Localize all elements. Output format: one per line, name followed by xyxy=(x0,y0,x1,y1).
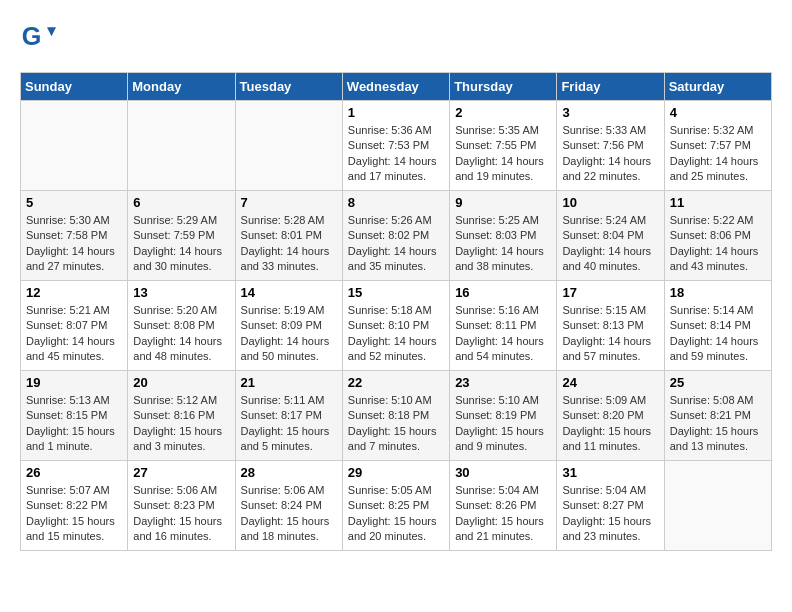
column-header-saturday: Saturday xyxy=(664,73,771,101)
column-header-sunday: Sunday xyxy=(21,73,128,101)
day-info: Sunrise: 5:04 AM Sunset: 8:27 PM Dayligh… xyxy=(562,483,658,545)
day-info: Sunrise: 5:29 AM Sunset: 7:59 PM Dayligh… xyxy=(133,213,229,275)
column-header-tuesday: Tuesday xyxy=(235,73,342,101)
calendar-cell: 22Sunrise: 5:10 AM Sunset: 8:18 PM Dayli… xyxy=(342,371,449,461)
day-info: Sunrise: 5:07 AM Sunset: 8:22 PM Dayligh… xyxy=(26,483,122,545)
day-number: 3 xyxy=(562,105,658,120)
day-info: Sunrise: 5:21 AM Sunset: 8:07 PM Dayligh… xyxy=(26,303,122,365)
day-info: Sunrise: 5:18 AM Sunset: 8:10 PM Dayligh… xyxy=(348,303,444,365)
day-info: Sunrise: 5:22 AM Sunset: 8:06 PM Dayligh… xyxy=(670,213,766,275)
day-info: Sunrise: 5:13 AM Sunset: 8:15 PM Dayligh… xyxy=(26,393,122,455)
day-info: Sunrise: 5:09 AM Sunset: 8:20 PM Dayligh… xyxy=(562,393,658,455)
calendar-header: SundayMondayTuesdayWednesdayThursdayFrid… xyxy=(21,73,772,101)
day-info: Sunrise: 5:35 AM Sunset: 7:55 PM Dayligh… xyxy=(455,123,551,185)
day-info: Sunrise: 5:24 AM Sunset: 8:04 PM Dayligh… xyxy=(562,213,658,275)
day-number: 18 xyxy=(670,285,766,300)
day-info: Sunrise: 5:06 AM Sunset: 8:24 PM Dayligh… xyxy=(241,483,337,545)
calendar-cell: 2Sunrise: 5:35 AM Sunset: 7:55 PM Daylig… xyxy=(450,101,557,191)
week-row: 26Sunrise: 5:07 AM Sunset: 8:22 PM Dayli… xyxy=(21,461,772,551)
day-info: Sunrise: 5:14 AM Sunset: 8:14 PM Dayligh… xyxy=(670,303,766,365)
day-number: 21 xyxy=(241,375,337,390)
calendar-cell xyxy=(664,461,771,551)
day-number: 27 xyxy=(133,465,229,480)
calendar-cell: 11Sunrise: 5:22 AM Sunset: 8:06 PM Dayli… xyxy=(664,191,771,281)
calendar-cell: 18Sunrise: 5:14 AM Sunset: 8:14 PM Dayli… xyxy=(664,281,771,371)
calendar-cell: 19Sunrise: 5:13 AM Sunset: 8:15 PM Dayli… xyxy=(21,371,128,461)
calendar-cell: 12Sunrise: 5:21 AM Sunset: 8:07 PM Dayli… xyxy=(21,281,128,371)
day-number: 26 xyxy=(26,465,122,480)
calendar-cell: 27Sunrise: 5:06 AM Sunset: 8:23 PM Dayli… xyxy=(128,461,235,551)
day-number: 25 xyxy=(670,375,766,390)
day-number: 29 xyxy=(348,465,444,480)
day-number: 6 xyxy=(133,195,229,210)
logo-icon: G xyxy=(20,20,56,56)
calendar-body: 1Sunrise: 5:36 AM Sunset: 7:53 PM Daylig… xyxy=(21,101,772,551)
calendar-cell: 7Sunrise: 5:28 AM Sunset: 8:01 PM Daylig… xyxy=(235,191,342,281)
day-info: Sunrise: 5:11 AM Sunset: 8:17 PM Dayligh… xyxy=(241,393,337,455)
column-header-monday: Monday xyxy=(128,73,235,101)
calendar-cell: 16Sunrise: 5:16 AM Sunset: 8:11 PM Dayli… xyxy=(450,281,557,371)
day-number: 22 xyxy=(348,375,444,390)
day-number: 19 xyxy=(26,375,122,390)
calendar-cell: 14Sunrise: 5:19 AM Sunset: 8:09 PM Dayli… xyxy=(235,281,342,371)
calendar-cell xyxy=(21,101,128,191)
calendar-cell xyxy=(235,101,342,191)
calendar-cell xyxy=(128,101,235,191)
day-number: 30 xyxy=(455,465,551,480)
day-number: 9 xyxy=(455,195,551,210)
calendar-cell: 6Sunrise: 5:29 AM Sunset: 7:59 PM Daylig… xyxy=(128,191,235,281)
calendar-cell: 24Sunrise: 5:09 AM Sunset: 8:20 PM Dayli… xyxy=(557,371,664,461)
column-header-wednesday: Wednesday xyxy=(342,73,449,101)
day-number: 2 xyxy=(455,105,551,120)
calendar-cell: 5Sunrise: 5:30 AM Sunset: 7:58 PM Daylig… xyxy=(21,191,128,281)
day-info: Sunrise: 5:36 AM Sunset: 7:53 PM Dayligh… xyxy=(348,123,444,185)
column-header-thursday: Thursday xyxy=(450,73,557,101)
calendar-cell: 30Sunrise: 5:04 AM Sunset: 8:26 PM Dayli… xyxy=(450,461,557,551)
logo: G xyxy=(20,20,60,56)
day-number: 5 xyxy=(26,195,122,210)
day-number: 31 xyxy=(562,465,658,480)
day-info: Sunrise: 5:28 AM Sunset: 8:01 PM Dayligh… xyxy=(241,213,337,275)
calendar-cell: 20Sunrise: 5:12 AM Sunset: 8:16 PM Dayli… xyxy=(128,371,235,461)
day-info: Sunrise: 5:30 AM Sunset: 7:58 PM Dayligh… xyxy=(26,213,122,275)
calendar-cell: 1Sunrise: 5:36 AM Sunset: 7:53 PM Daylig… xyxy=(342,101,449,191)
day-number: 7 xyxy=(241,195,337,210)
day-info: Sunrise: 5:12 AM Sunset: 8:16 PM Dayligh… xyxy=(133,393,229,455)
day-number: 15 xyxy=(348,285,444,300)
svg-marker-2 xyxy=(47,27,56,36)
calendar-cell: 13Sunrise: 5:20 AM Sunset: 8:08 PM Dayli… xyxy=(128,281,235,371)
calendar-cell: 23Sunrise: 5:10 AM Sunset: 8:19 PM Dayli… xyxy=(450,371,557,461)
calendar-cell: 8Sunrise: 5:26 AM Sunset: 8:02 PM Daylig… xyxy=(342,191,449,281)
calendar-cell: 26Sunrise: 5:07 AM Sunset: 8:22 PM Dayli… xyxy=(21,461,128,551)
calendar-cell: 3Sunrise: 5:33 AM Sunset: 7:56 PM Daylig… xyxy=(557,101,664,191)
day-number: 23 xyxy=(455,375,551,390)
day-info: Sunrise: 5:10 AM Sunset: 8:19 PM Dayligh… xyxy=(455,393,551,455)
week-row: 1Sunrise: 5:36 AM Sunset: 7:53 PM Daylig… xyxy=(21,101,772,191)
calendar-cell: 15Sunrise: 5:18 AM Sunset: 8:10 PM Dayli… xyxy=(342,281,449,371)
calendar-cell: 17Sunrise: 5:15 AM Sunset: 8:13 PM Dayli… xyxy=(557,281,664,371)
day-info: Sunrise: 5:33 AM Sunset: 7:56 PM Dayligh… xyxy=(562,123,658,185)
day-number: 8 xyxy=(348,195,444,210)
day-number: 20 xyxy=(133,375,229,390)
day-number: 17 xyxy=(562,285,658,300)
day-info: Sunrise: 5:26 AM Sunset: 8:02 PM Dayligh… xyxy=(348,213,444,275)
calendar-cell: 29Sunrise: 5:05 AM Sunset: 8:25 PM Dayli… xyxy=(342,461,449,551)
week-row: 19Sunrise: 5:13 AM Sunset: 8:15 PM Dayli… xyxy=(21,371,772,461)
calendar-cell: 9Sunrise: 5:25 AM Sunset: 8:03 PM Daylig… xyxy=(450,191,557,281)
day-info: Sunrise: 5:05 AM Sunset: 8:25 PM Dayligh… xyxy=(348,483,444,545)
calendar-cell: 28Sunrise: 5:06 AM Sunset: 8:24 PM Dayli… xyxy=(235,461,342,551)
day-info: Sunrise: 5:08 AM Sunset: 8:21 PM Dayligh… xyxy=(670,393,766,455)
day-number: 12 xyxy=(26,285,122,300)
calendar-cell: 10Sunrise: 5:24 AM Sunset: 8:04 PM Dayli… xyxy=(557,191,664,281)
day-number: 14 xyxy=(241,285,337,300)
week-row: 5Sunrise: 5:30 AM Sunset: 7:58 PM Daylig… xyxy=(21,191,772,281)
day-info: Sunrise: 5:10 AM Sunset: 8:18 PM Dayligh… xyxy=(348,393,444,455)
day-info: Sunrise: 5:32 AM Sunset: 7:57 PM Dayligh… xyxy=(670,123,766,185)
day-info: Sunrise: 5:04 AM Sunset: 8:26 PM Dayligh… xyxy=(455,483,551,545)
day-number: 4 xyxy=(670,105,766,120)
day-info: Sunrise: 5:15 AM Sunset: 8:13 PM Dayligh… xyxy=(562,303,658,365)
calendar-cell: 31Sunrise: 5:04 AM Sunset: 8:27 PM Dayli… xyxy=(557,461,664,551)
calendar-cell: 25Sunrise: 5:08 AM Sunset: 8:21 PM Dayli… xyxy=(664,371,771,461)
day-number: 10 xyxy=(562,195,658,210)
calendar-cell: 21Sunrise: 5:11 AM Sunset: 8:17 PM Dayli… xyxy=(235,371,342,461)
